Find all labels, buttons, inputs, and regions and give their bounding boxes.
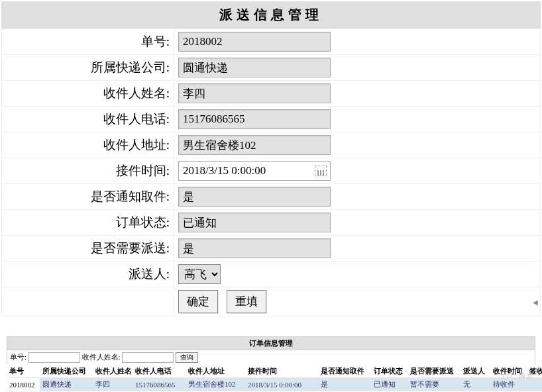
need-delivery-input[interactable] [178,238,331,258]
grid-col-header: 是否通知取件 [318,365,371,378]
expand-caret-icon[interactable]: ◀ [533,299,538,306]
form-title: 派送信息管理 [1,1,541,28]
search-name-label: 收件人姓名: [82,353,121,361]
label-company: 所属快递公司: [2,55,174,81]
label-need-delivery: 是否需要派送: [2,236,174,262]
calendar-icon[interactable] [315,166,327,176]
search-name-input[interactable] [122,352,174,363]
order-status-input[interactable] [178,213,331,232]
notified-input[interactable] [178,187,331,207]
company-input[interactable] [178,58,331,77]
grid-col-header: 所属快递公司 [40,365,93,378]
grid-col-header: 单号 [7,365,40,378]
recipient-phone-input[interactable] [178,109,331,129]
grid-header-row: 单号所属快递公司收件人姓名收件人电话收件人地址接件时间是否通知取件订单状态是否需… [7,365,542,378]
grid-col-header: 收件人姓名 [93,365,133,378]
reset-button[interactable]: 重填 [227,290,266,313]
grid-col-header: 是否需要派送 [407,365,461,378]
grid-col-header: 签收 [527,365,542,378]
grid-col-header: 收件人地址 [186,365,245,378]
order-no-input[interactable] [178,32,331,52]
order-list-section: 订单信息管理 单号: 收件人姓名: 查询 单号所属快递公司收件人姓名收件人电话收… [7,336,535,391]
label-courier: 派送人: [2,262,174,287]
label-recipient-phone: 收件人电话: [2,107,174,132]
grid-col-header: 收件时间 [490,365,527,378]
recipient-addr-input[interactable] [178,135,331,155]
search-order-no-label: 单号: [10,353,27,361]
grid-col-header: 派送人 [461,365,490,378]
search-order-no-input[interactable] [28,352,80,363]
order-grid: 单号所属快递公司收件人姓名收件人电话收件人地址接件时间是否通知取件订单状态是否需… [7,365,542,391]
receive-time-input[interactable] [178,161,331,181]
grid-col-header: 收件人电话 [133,365,186,378]
search-row: 单号: 收件人姓名: 查询 [7,350,535,365]
label-order-no: 单号: [2,29,174,55]
query-button[interactable]: 查询 [176,352,198,363]
submit-button[interactable]: 确定 [178,290,218,313]
list-title: 订单信息管理 [7,336,535,350]
label-order-status: 订单状态: [2,210,174,236]
table-row[interactable]: 2018002圆通快递李四15176086565男生宿舍楼1022018/3/1… [7,378,542,391]
recipient-name-input[interactable] [178,83,331,103]
label-receive-time: 接件时间: [2,158,174,184]
label-recipient-addr: 收件人地址: [2,132,174,158]
grid-col-header: 订单状态 [371,365,407,378]
label-notified: 是否通知取件: [2,184,174,210]
grid-col-header: 接件时间 [245,365,318,378]
delivery-form: 单号: 所属快递公司: 收件人姓名: 收件人电话: 收件人地址: 接件时间: 是… [1,28,541,317]
courier-select[interactable]: 高飞 [178,264,221,284]
label-recipient-name: 收件人姓名: [2,81,174,107]
